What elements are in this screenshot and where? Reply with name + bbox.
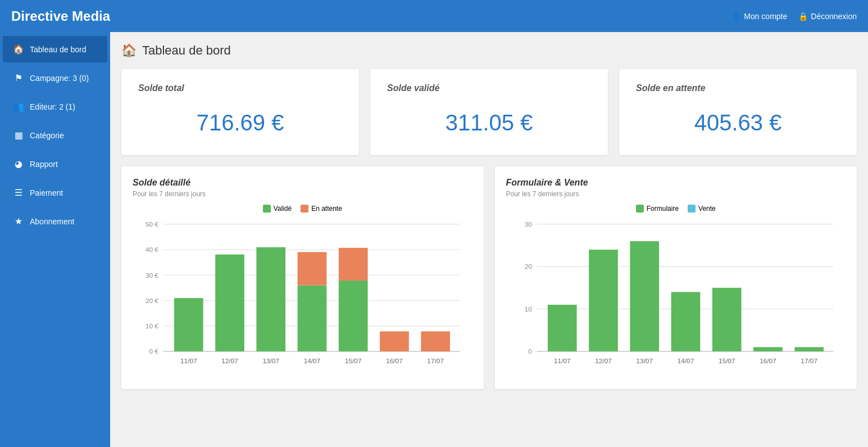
legend-label-en-attente: En attente (311, 205, 342, 213)
svg-text:14/07: 14/07 (304, 357, 321, 365)
formulaire-chart-svg: 30 20 10 0 11/07 12/07 13/07 (506, 218, 846, 376)
bar-1707-en-attente (421, 331, 450, 351)
card-solde-valide: Solde validé 311.05 € (370, 69, 608, 155)
card-value: 311.05 € (387, 105, 591, 141)
chart-solde-detaille: Solde détaillé Pour les 7 derniers jours… (121, 166, 484, 389)
chart-legend: Formulaire Vente (506, 205, 846, 213)
solde-chart-svg: 50 € 40 € 30 € 20 € 10 € 0 € 11/07 (133, 218, 472, 376)
card-label: Solde validé (387, 83, 591, 93)
bar-1307-valide (256, 247, 285, 351)
legend-valide: Validé (263, 205, 292, 213)
chart-icon: ◕ (13, 159, 24, 169)
page-title-icon: 🏠 (121, 43, 137, 58)
legend-label-vente: Vente (698, 205, 716, 213)
svg-text:12/07: 12/07 (595, 357, 612, 365)
card-value: 716.69 € (138, 105, 342, 141)
sidebar-item-editeur[interactable]: 👥 Editeur: 2 (1) (3, 93, 107, 120)
header-actions: 👤 Mon compte 🔒 Déconnexion (731, 12, 857, 21)
bar-form-1407 (671, 292, 700, 351)
chart-title: Formulaire & Vente (506, 178, 846, 188)
bar-1507-valide (339, 281, 368, 351)
app-title: Directive Media (11, 8, 110, 24)
bar-form-1507 (712, 288, 741, 351)
svg-text:12/07: 12/07 (221, 357, 238, 365)
chart-legend: Validé En attente (133, 205, 472, 213)
users-icon: 👥 (13, 101, 24, 112)
sidebar-item-paiement[interactable]: ☰ Paiement (3, 179, 107, 206)
body-wrap: 🏠 Tableau de bord ⚑ Campagne: 3 (0) 👥 Ed… (0, 32, 868, 447)
svg-text:40 €: 40 € (146, 246, 158, 254)
legend-vente: Vente (688, 205, 716, 213)
bar-1207-valide (215, 255, 244, 351)
sidebar-item-abonnement[interactable]: ★ Abonnement (3, 208, 107, 234)
svg-text:11/07: 11/07 (180, 357, 197, 365)
sidebar-item-campagne[interactable]: ⚑ Campagne: 3 (0) (3, 65, 107, 91)
bar-form-1207 (589, 250, 618, 351)
legend-color-valide (263, 205, 271, 213)
bar-1607-en-attente (380, 331, 409, 351)
card-solde-en-attente: Solde en attente 405.63 € (619, 69, 857, 155)
svg-text:16/07: 16/07 (760, 357, 776, 365)
legend-label-valide: Validé (274, 205, 292, 213)
sidebar-label: Abonnement (30, 217, 74, 226)
chart-title: Solde détaillé (133, 178, 472, 188)
header: Directive Media 👤 Mon compte 🔒 Déconnexi… (0, 0, 868, 32)
mon-compte-link[interactable]: 👤 Mon compte (731, 12, 787, 21)
sidebar-label: Campagne: 3 (0) (30, 74, 89, 83)
card-label: Solde en attente (636, 83, 840, 93)
charts-row: Solde détaillé Pour les 7 derniers jours… (121, 166, 857, 389)
svg-text:30 €: 30 € (146, 272, 158, 279)
svg-text:16/07: 16/07 (386, 357, 403, 365)
bar-1507-en-attente (339, 248, 368, 281)
sidebar: 🏠 Tableau de bord ⚑ Campagne: 3 (0) 👥 Ed… (0, 32, 110, 447)
chart-subtitle: Pour les 7 derniers jours (133, 190, 472, 198)
card-solde-total: Solde total 716.69 € (121, 69, 359, 155)
legend-formulaire: Formulaire (636, 205, 679, 213)
list-icon: ☰ (13, 187, 24, 198)
svg-text:15/07: 15/07 (718, 357, 735, 365)
user-icon: 👤 (731, 12, 741, 21)
svg-text:30: 30 (524, 220, 532, 228)
flag-icon: ⚑ (13, 73, 24, 83)
legend-color-formulaire (636, 205, 644, 213)
card-value: 405.63 € (636, 105, 840, 141)
sidebar-label: Editeur: 2 (1) (30, 102, 75, 111)
star-icon: ★ (13, 216, 24, 227)
sidebar-item-rapport[interactable]: ◕ Rapport (3, 151, 107, 177)
chart-subtitle: Pour les 7 derniers jours (506, 190, 846, 198)
legend-en-attente: En attente (301, 205, 342, 213)
svg-text:15/07: 15/07 (345, 357, 362, 365)
legend-label-formulaire: Formulaire (647, 205, 679, 213)
svg-text:11/07: 11/07 (553, 357, 570, 365)
legend-color-en-attente (301, 205, 308, 213)
svg-text:10 €: 10 € (146, 322, 158, 330)
card-label: Solde total (138, 83, 342, 93)
lock-icon: 🔒 (798, 12, 808, 21)
bar-form-1107 (547, 305, 576, 351)
sidebar-label: Rapport (30, 160, 58, 169)
svg-text:13/07: 13/07 (636, 357, 653, 365)
grid-icon: ▦ (13, 130, 24, 141)
svg-text:17/07: 17/07 (801, 357, 817, 365)
sidebar-item-categorie[interactable]: ▦ Catégorie (3, 122, 107, 148)
sidebar-item-tableau-de-bord[interactable]: 🏠 Tableau de bord (3, 36, 107, 62)
bar-1407-en-attente (298, 252, 327, 285)
bar-form-1307 (630, 241, 659, 351)
bar-form-1707 (794, 347, 824, 351)
svg-text:0 €: 0 € (149, 347, 158, 355)
svg-text:14/07: 14/07 (677, 357, 694, 365)
home-icon: 🏠 (13, 44, 24, 55)
sidebar-label: Paiement (30, 188, 63, 197)
svg-text:20 €: 20 € (146, 297, 158, 305)
svg-text:20: 20 (524, 263, 532, 270)
deconnexion-link[interactable]: 🔒 Déconnexion (798, 12, 857, 21)
bar-1107-valide (174, 298, 203, 351)
legend-color-vente (688, 205, 696, 213)
svg-text:50 €: 50 € (146, 220, 158, 228)
svg-text:13/07: 13/07 (262, 357, 279, 365)
sidebar-label: Tableau de bord (30, 45, 86, 54)
main-content: 🏠 Tableau de bord Solde total 716.69 € S… (110, 32, 868, 447)
bar-1407-valide (298, 286, 327, 351)
cards-row: Solde total 716.69 € Solde validé 311.05… (121, 69, 857, 155)
sidebar-label: Catégorie (30, 131, 64, 140)
